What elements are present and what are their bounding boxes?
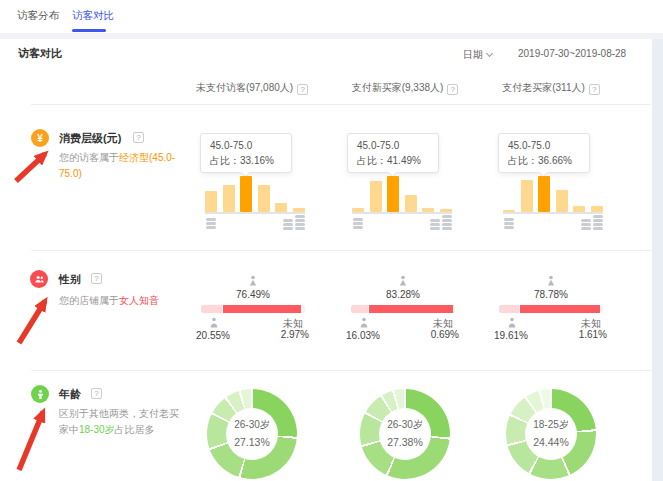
gender-row-title: 性别 <box>59 272 81 287</box>
help-icon[interactable]: ? <box>91 388 102 399</box>
female-icon <box>499 275 603 289</box>
visitor-analytics-screen: 访客分布 访客对比 访客对比 日期 2019-07-30~2019-08-28 … <box>0 0 663 481</box>
help-icon[interactable]: ? <box>91 273 102 284</box>
x-axis <box>503 212 603 214</box>
description-text: 您的访客属于 <box>59 152 119 163</box>
consumption-bar[interactable] <box>275 203 287 212</box>
gender-stacked-bar[interactable] <box>351 305 455 313</box>
donut-center-value: 27.13% <box>207 436 297 448</box>
consumption-bar[interactable] <box>258 185 270 212</box>
female-icon <box>351 275 455 289</box>
donut-hole <box>226 408 278 460</box>
help-icon[interactable]: ? <box>589 84 600 95</box>
description-highlight: 18-30岁 <box>79 424 115 435</box>
gender-segment-male[interactable] <box>351 305 368 313</box>
male-icon <box>208 317 220 331</box>
gender-stacked-bar[interactable] <box>201 305 305 313</box>
donut-center-label: 18-25岁 <box>506 418 596 432</box>
gender-segment-male[interactable] <box>499 305 519 313</box>
low-spend-coins-icon <box>353 218 363 229</box>
date-filter-label: 日期 <box>463 49 483 60</box>
tooltip-value: 36.66% <box>538 155 572 166</box>
high-spend-coins-icon <box>430 215 452 230</box>
description-text: 您的店铺属于 <box>59 295 119 306</box>
consumption-bar[interactable] <box>405 195 417 212</box>
tab-visitor-distribution[interactable]: 访客分布 <box>17 9 59 23</box>
tooltip-value: 41.49% <box>387 155 421 166</box>
consumption-chart-new-buyers: 45.0-75.0 占比：41.49% <box>352 130 452 242</box>
consumption-bars[interactable] <box>205 176 305 212</box>
age-row-description: 区别于其他两类，支付老买家中18-30岁占比居多 <box>59 406 180 438</box>
gender-stacked-bar[interactable] <box>499 305 603 313</box>
chart-tooltip: 45.0-75.0 占比：33.16% <box>200 133 292 173</box>
donut-center-value: 24.44% <box>506 436 596 448</box>
separator <box>31 104 651 105</box>
consumption-row-title: 消费层级(元) <box>59 131 121 146</box>
chart-tooltip: 45.0-75.0 占比：41.49% <box>347 133 439 173</box>
male-percent: 20.55% <box>189 330 237 341</box>
tooltip-label: 占比： <box>508 155 538 166</box>
age-chart-new-buyers: 26-30岁 27.38% <box>360 389 450 481</box>
active-tab-underline <box>72 29 106 32</box>
consumption-bar[interactable] <box>370 181 382 212</box>
donut-hole <box>379 408 431 460</box>
description-highlight: 女人知音 <box>119 295 159 306</box>
help-icon[interactable]: ? <box>133 132 144 143</box>
gender-chart-unpaid-visitors: 76.49% 20.55% 未知 2.97% <box>201 274 305 342</box>
consumption-chart-unpaid-visitors: 45.0-75.0 占比：33.16% <box>205 130 305 242</box>
gender-segment-unknown[interactable] <box>601 305 603 313</box>
gender-segment-female[interactable] <box>368 305 455 313</box>
help-icon[interactable]: ? <box>447 84 458 95</box>
consumption-bar[interactable] <box>538 176 550 212</box>
consumption-bar[interactable] <box>205 191 217 212</box>
column-header-returning-buyers: 支付老买家(311人)? <box>461 81 641 95</box>
male-icon <box>358 317 370 331</box>
yuan-icon: ¥ <box>31 129 49 147</box>
description-text: 占比居多 <box>115 424 155 435</box>
high-spend-coins-icon <box>283 215 305 230</box>
column-title: 未支付访客(97,080人) <box>196 82 293 93</box>
male-percent: 16.03% <box>339 330 387 341</box>
unknown-percent: 2.97% <box>281 329 309 340</box>
consumption-bar[interactable] <box>387 176 399 212</box>
female-icon <box>201 275 305 289</box>
consumption-bar[interactable] <box>223 185 235 212</box>
tooltip-label: 占比： <box>357 155 387 166</box>
date-filter-dropdown[interactable]: 日期 <box>463 48 492 62</box>
tooltip-range: 45.0-75.0 <box>508 138 580 153</box>
gender-segment-unknown[interactable] <box>454 305 455 313</box>
column-title: 支付新买家(9,338人) <box>352 82 444 93</box>
chart-tooltip: 45.0-75.0 占比：36.66% <box>498 133 590 173</box>
tooltip-range: 45.0-75.0 <box>357 138 429 153</box>
tab-visitor-comparison[interactable]: 访客对比 <box>72 9 114 23</box>
consumption-bars[interactable] <box>352 176 452 212</box>
separator <box>31 250 651 251</box>
tooltip-value: 33.16% <box>240 155 274 166</box>
consumption-bar[interactable] <box>521 180 533 212</box>
unknown-percent: 0.69% <box>431 329 459 340</box>
male-percent: 19.61% <box>487 330 535 341</box>
unknown-percent: 1.61% <box>579 329 607 340</box>
gender-segment-unknown[interactable] <box>302 305 305 313</box>
female-percent: 76.49% <box>201 289 305 300</box>
age-chart-returning-buyers: 18-25岁 24.44% <box>506 389 596 481</box>
x-axis <box>352 212 452 214</box>
consumption-chart-returning-buyers: 45.0-75.0 占比：36.66% <box>503 130 603 242</box>
male-icon <box>506 317 518 331</box>
tab-bar: 访客分布 访客对比 <box>0 0 663 33</box>
consumption-bar[interactable] <box>240 176 252 212</box>
gender-segment-female[interactable] <box>519 305 601 313</box>
gender-segment-female[interactable] <box>222 305 302 313</box>
female-percent: 83.28% <box>351 289 455 300</box>
page-background-strip <box>652 39 663 481</box>
x-axis <box>205 212 305 214</box>
date-range-value[interactable]: 2019-07-30~2019-08-28 <box>518 48 626 59</box>
high-spend-coins-icon <box>581 215 603 230</box>
age-chart-unpaid-visitors: 26-30岁 27.13% <box>207 389 297 481</box>
donut-center-label: 26-30岁 <box>360 418 450 432</box>
consumption-bars[interactable] <box>503 176 603 212</box>
help-icon[interactable]: ? <box>297 84 308 95</box>
donut-center-value: 27.38% <box>360 436 450 448</box>
gender-segment-male[interactable] <box>201 305 222 313</box>
consumption-bar[interactable] <box>556 190 568 212</box>
